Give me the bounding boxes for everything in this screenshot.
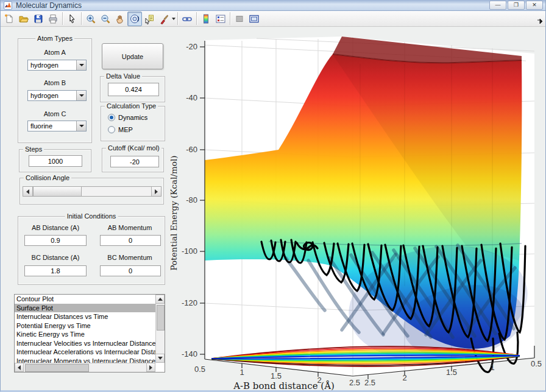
atom-c-label: Atom C [18,110,91,117]
collision-angle-slider[interactable] [23,186,161,197]
tick-label: 1 [239,368,244,377]
radio-mep-label: MEP [118,126,133,133]
minimize-button[interactable]: — [489,1,506,10]
list-item[interactable]: Internuclear Velocities vs Internuclear … [15,339,155,348]
cutoff-field[interactable]: -20 [110,156,159,167]
hscroll-thumb[interactable] [25,364,89,372]
open-file-button[interactable] [16,12,31,26]
slider-thumb[interactable] [33,187,82,196]
colorbar-icon [200,13,211,24]
tick-label: -40 [186,93,197,102]
down-arrow-icon [158,357,163,360]
insert-colorbar-button[interactable] [199,12,213,26]
save-floppy-icon [33,13,44,24]
insert-legend-button[interactable] [213,12,228,26]
pan-button[interactable] [113,12,127,26]
collision-angle-title: Collision Angle [24,174,71,181]
data-cursor-button[interactable] [142,12,157,26]
bc-distance-field[interactable]: 1.8 [24,265,87,276]
bc-momentum-label: BC Momentum [98,254,162,261]
new-file-button[interactable] [2,12,16,26]
z-axis-label: Potential Energy (Kcal/mol) [170,155,179,270]
listbox-horizontal-scrollbar[interactable] [15,363,155,372]
overflow-arrow-icon [537,18,543,24]
print-button[interactable] [46,12,60,26]
ab-distance-field[interactable]: 0.9 [24,235,87,246]
brush-dropdown-caret[interactable] [172,18,176,20]
calculation-type-panel: Calculation Type Dynamics MEP [101,106,165,141]
slider-right-arrow[interactable] [151,187,161,196]
bc-distance-label: BC Distance (A) [22,254,89,261]
hide-plot-tools-button[interactable] [232,12,247,26]
steps-field[interactable]: 1000 [29,155,82,167]
collision-angle-panel: Collision Angle [20,178,164,205]
right-arrow-icon [149,365,152,370]
link-chain-icon [182,13,193,24]
zoom-in-icon [85,13,96,24]
atom-a-dropdown-button[interactable] [76,60,86,70]
tick-label: 2 [402,373,406,382]
hide-plot-tools-icon [234,13,245,24]
app-window: Molecular Dynamics — ❐ ✕ [0,0,546,392]
ab-momentum-field[interactable]: 0 [100,235,161,246]
plot-type-listbox[interactable]: Contour PlotSurface PlotInternuclear Dis… [14,294,165,373]
radio-dynamics-label: Dynamics [118,114,147,121]
list-item[interactable]: Contour Plot [15,295,155,304]
edit-plot-button[interactable] [65,12,79,26]
delta-value-field[interactable]: 0.424 [108,83,159,96]
atom-b-dropdown[interactable]: hydrogen [27,90,87,101]
atom-b-dropdown-button[interactable] [76,91,86,100]
x-axis-label: A-B bond distance (Å) [233,380,335,390]
tick-label: -100 [182,247,197,256]
radio-dynamics[interactable]: Dynamics [108,114,147,121]
vscroll-thumb[interactable] [157,305,165,331]
scroll-up-button[interactable] [155,295,165,304]
brush-icon [158,13,169,24]
figure-canvas: Atom Types Atom A hydrogen Atom B hydrog… [1,27,545,390]
list-item[interactable]: Surface Plot [15,304,155,313]
scroll-down-button[interactable] [155,354,165,363]
tick-label: -20 [186,42,197,51]
list-item[interactable]: Kinetic Energy vs Time [15,330,155,339]
slider-left-arrow[interactable] [23,187,33,196]
list-item[interactable]: Potential Energy vs Time [15,321,155,331]
toolbar-overflow-button[interactable] [537,16,543,27]
tick-label: -120 [182,298,197,307]
printer-icon [48,13,58,24]
brush-button[interactable] [157,12,171,26]
list-item[interactable]: Internuclear Accelerations vs Internucle… [15,348,155,357]
show-plot-tools-button[interactable] [247,12,261,26]
radio-dynamics-circle[interactable] [108,114,115,121]
bc-momentum-field[interactable]: 0 [100,265,161,276]
atom-a-dropdown[interactable]: hydrogen [27,60,87,71]
scroll-left-button[interactable] [15,363,24,372]
zoom-out-button[interactable] [98,12,113,26]
rotate-3d-button[interactable] [127,12,142,26]
atom-c-dropdown[interactable]: fluorine [27,121,87,131]
maximize-button[interactable]: ❐ [508,1,525,10]
radio-mep-circle[interactable] [108,126,115,133]
tick-label: 1.5 [271,371,282,380]
title-bar: Molecular Dynamics — ❐ ✕ [1,0,545,11]
surface-plot-canvas[interactable]: -20-40-60-80-100-120-140 0.511.522.5 2.5… [170,27,546,390]
close-button[interactable]: ✕ [526,1,543,10]
ab-momentum-label: AB Momentum [98,224,162,231]
show-plot-tools-icon [249,13,260,24]
link-plot-button[interactable] [180,12,194,26]
atom-types-title: Atom Types [35,35,74,42]
update-button[interactable]: Update [102,43,163,69]
toolbar-separator [196,12,197,25]
radio-mep[interactable]: MEP [108,126,133,133]
steps-title: Steps [23,145,44,153]
scroll-right-button[interactable] [146,363,155,372]
pointer-arrow-icon [66,13,77,24]
zoom-in-button[interactable] [83,12,98,26]
list-item[interactable]: Internuclear Distances vs Time [15,312,155,321]
data-cursor-icon [144,13,155,24]
calculation-type-title: Calculation Type [105,102,158,110]
save-button[interactable] [31,12,46,26]
listbox-vertical-scrollbar[interactable] [155,295,165,363]
toolbar-separator [230,12,230,25]
atom-c-dropdown-button[interactable] [76,121,86,131]
initial-conditions-panel: Initial Conditions AB Distance (A) AB Mo… [18,216,165,285]
